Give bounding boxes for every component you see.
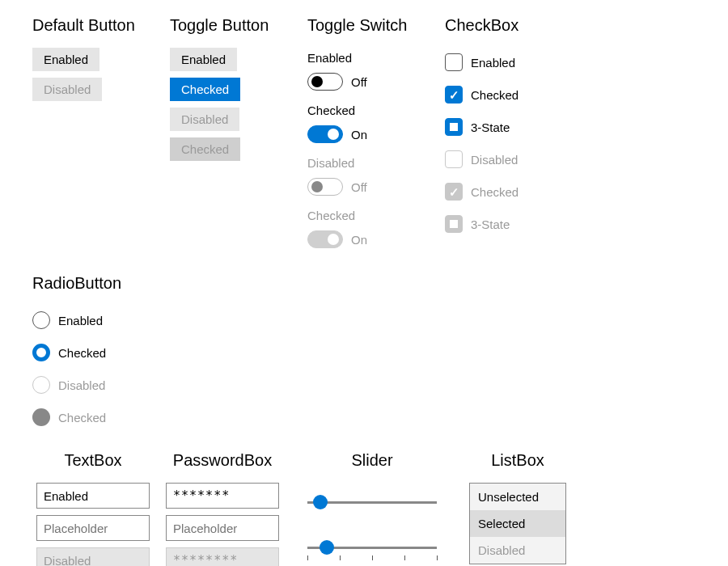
checkbox-checked[interactable] [445, 86, 463, 103]
toggle-button-checked-disabled: Checked [170, 137, 240, 161]
passwordbox-enabled[interactable] [166, 483, 279, 509]
toggle-switch-state-on: On [351, 128, 367, 142]
checkbox-label: Checked [471, 185, 518, 199]
section-title-textbox: TextBox [64, 451, 121, 470]
checkbox-label: Checked [471, 88, 518, 102]
toggle-switch-checked-on[interactable] [307, 125, 343, 143]
default-button-enabled[interactable]: Enabled [32, 48, 99, 71]
section-title-default-button: Default Button [32, 16, 170, 35]
toggle-switch-caption-enabled: Enabled [307, 51, 445, 65]
radio-label: Enabled [58, 314, 103, 327]
section-title-toggle-switch: Toggle Switch [307, 16, 445, 35]
radio-label: Disabled [58, 378, 105, 392]
section-title-radio: RadioButton [32, 274, 162, 293]
checkbox-label: 3-State [471, 218, 510, 231]
listbox[interactable]: Unselected Selected Disabled [469, 483, 566, 564]
section-title-slider: Slider [351, 451, 392, 470]
checkbox-enabled[interactable] [445, 53, 463, 71]
radio-label: Checked [58, 411, 106, 424]
checkbox-label: 3-State [471, 120, 510, 134]
slider-ticks[interactable] [307, 539, 437, 555]
toggle-button-checked[interactable]: Checked [170, 78, 240, 101]
listbox-item-unselected[interactable]: Unselected [470, 484, 565, 510]
textbox-disabled [36, 547, 150, 566]
checkbox-label: Enabled [471, 56, 515, 70]
radio-disabled-checked [32, 408, 50, 426]
toggle-button-disabled: Disabled [170, 108, 239, 131]
radio-enabled[interactable] [32, 311, 50, 329]
radio-checked[interactable] [32, 344, 50, 361]
toggle-switch-state-disabled-on: On [351, 233, 367, 247]
radio-disabled [32, 376, 50, 394]
passwordbox-placeholder[interactable] [166, 515, 279, 541]
checkbox-disabled-checked [445, 183, 463, 201]
toggle-button-enabled[interactable]: Enabled [170, 48, 237, 71]
section-title-passwordbox: PasswordBox [173, 451, 272, 470]
listbox-item-disabled: Disabled [470, 537, 565, 564]
slider-enabled[interactable] [307, 494, 437, 510]
toggle-switch-caption-disabled: Disabled [307, 156, 445, 170]
radio-label: Checked [58, 346, 106, 360]
checkbox-disabled [445, 150, 463, 168]
section-title-toggle-button: Toggle Button [170, 16, 307, 35]
textbox-enabled[interactable] [36, 483, 150, 509]
toggle-switch-disabled-off [307, 178, 343, 196]
toggle-switch-enabled-off[interactable] [307, 73, 343, 91]
checkbox-disabled-3state [445, 215, 463, 233]
toggle-switch-disabled-on [307, 230, 343, 248]
toggle-switch-state-disabled-off: Off [351, 180, 367, 194]
checkbox-3state[interactable] [445, 118, 463, 136]
textbox-placeholder[interactable] [36, 515, 150, 541]
checkbox-label: Disabled [471, 153, 518, 167]
section-title-listbox: ListBox [491, 451, 544, 470]
section-title-checkbox: CheckBox [445, 16, 582, 35]
toggle-switch-caption-checked-disabled: Checked [307, 209, 445, 222]
toggle-switch-state-off: Off [351, 75, 367, 89]
listbox-item-selected[interactable]: Selected [470, 510, 565, 537]
default-button-disabled: Disabled [32, 78, 102, 101]
toggle-switch-caption-checked: Checked [307, 103, 445, 117]
passwordbox-disabled [166, 547, 279, 566]
